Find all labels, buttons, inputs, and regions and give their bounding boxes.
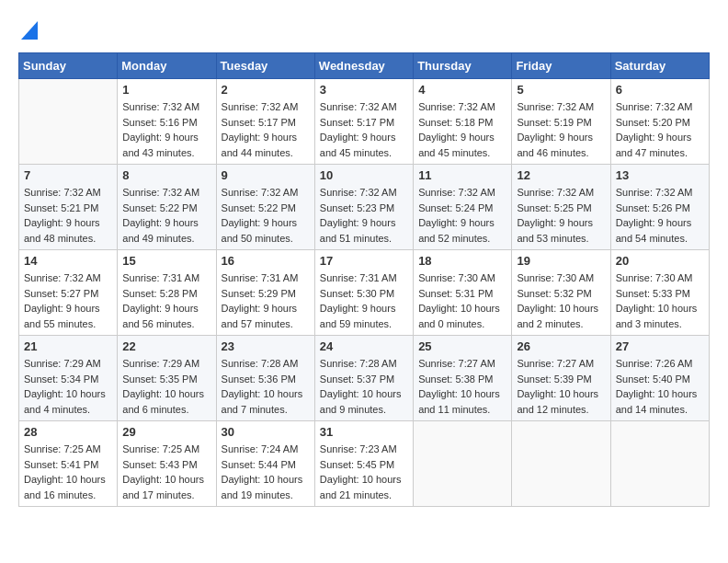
weekday-header-tuesday: Tuesday [216, 53, 314, 79]
weekday-header-friday: Friday [512, 53, 610, 79]
day-number: 14 [24, 254, 112, 268]
week-row-2: 7Sunrise: 7:32 AMSunset: 5:21 PMDaylight… [19, 165, 710, 250]
calendar-cell: 14Sunrise: 7:32 AMSunset: 5:27 PMDayligh… [19, 250, 118, 336]
day-number: 20 [616, 254, 704, 268]
day-number: 6 [616, 83, 704, 97]
week-row-3: 14Sunrise: 7:32 AMSunset: 5:27 PMDayligh… [19, 250, 710, 336]
calendar-cell [512, 421, 610, 507]
day-info: Sunrise: 7:32 AMSunset: 5:19 PMDaylight:… [517, 99, 605, 160]
week-row-1: 1Sunrise: 7:32 AMSunset: 5:16 PMDaylight… [19, 79, 710, 165]
calendar-cell: 23Sunrise: 7:28 AMSunset: 5:36 PMDayligh… [216, 336, 314, 421]
day-number: 18 [418, 254, 506, 268]
day-number: 7 [24, 168, 112, 182]
page-header [18, 18, 710, 43]
day-number: 15 [122, 254, 210, 268]
calendar-cell: 19Sunrise: 7:30 AMSunset: 5:32 PMDayligh… [512, 250, 610, 336]
day-info: Sunrise: 7:32 AMSunset: 5:22 PMDaylight:… [122, 185, 210, 246]
day-info: Sunrise: 7:31 AMSunset: 5:29 PMDaylight:… [222, 270, 310, 331]
day-info: Sunrise: 7:30 AMSunset: 5:33 PMDaylight:… [616, 270, 704, 331]
calendar-cell: 10Sunrise: 7:32 AMSunset: 5:23 PMDayligh… [314, 165, 413, 250]
day-number: 13 [616, 168, 704, 182]
day-info: Sunrise: 7:32 AMSunset: 5:21 PMDaylight:… [24, 185, 112, 246]
calendar-cell: 9Sunrise: 7:32 AMSunset: 5:22 PMDaylight… [216, 165, 314, 250]
day-number: 10 [320, 168, 408, 182]
day-info: Sunrise: 7:32 AMSunset: 5:25 PMDaylight:… [517, 185, 605, 246]
calendar-cell: 8Sunrise: 7:32 AMSunset: 5:22 PMDaylight… [118, 165, 216, 250]
day-info: Sunrise: 7:27 AMSunset: 5:38 PMDaylight:… [418, 356, 506, 417]
weekday-header-wednesday: Wednesday [314, 53, 413, 79]
day-info: Sunrise: 7:32 AMSunset: 5:24 PMDaylight:… [418, 185, 506, 246]
calendar-cell: 7Sunrise: 7:32 AMSunset: 5:21 PMDaylight… [19, 165, 118, 250]
calendar-cell [19, 79, 118, 165]
calendar-cell: 29Sunrise: 7:25 AMSunset: 5:43 PMDayligh… [118, 421, 216, 507]
calendar-cell: 30Sunrise: 7:24 AMSunset: 5:44 PMDayligh… [216, 421, 314, 507]
day-number: 29 [122, 425, 210, 439]
day-number: 5 [517, 83, 605, 97]
day-info: Sunrise: 7:32 AMSunset: 5:18 PMDaylight:… [418, 99, 506, 160]
calendar-cell: 25Sunrise: 7:27 AMSunset: 5:38 PMDayligh… [414, 336, 512, 421]
calendar-cell: 1Sunrise: 7:32 AMSunset: 5:16 PMDaylight… [118, 79, 216, 165]
day-number: 21 [24, 339, 112, 353]
day-info: Sunrise: 7:24 AMSunset: 5:44 PMDaylight:… [222, 442, 310, 502]
day-number: 12 [517, 168, 605, 182]
calendar-cell: 26Sunrise: 7:27 AMSunset: 5:39 PMDayligh… [512, 336, 610, 421]
calendar-cell: 31Sunrise: 7:23 AMSunset: 5:45 PMDayligh… [314, 421, 413, 507]
calendar-cell: 24Sunrise: 7:28 AMSunset: 5:37 PMDayligh… [314, 336, 413, 421]
day-number: 28 [24, 425, 112, 439]
day-info: Sunrise: 7:28 AMSunset: 5:36 PMDaylight:… [222, 356, 310, 417]
day-info: Sunrise: 7:29 AMSunset: 5:34 PMDaylight:… [24, 356, 112, 417]
day-number: 8 [122, 168, 210, 182]
day-number: 23 [222, 339, 310, 353]
day-number: 19 [517, 254, 605, 268]
day-info: Sunrise: 7:26 AMSunset: 5:40 PMDaylight:… [616, 356, 704, 417]
day-number: 17 [320, 254, 408, 268]
svg-marker-0 [21, 21, 38, 40]
calendar-cell [610, 421, 709, 507]
weekday-header-saturday: Saturday [610, 53, 709, 79]
calendar-cell: 18Sunrise: 7:30 AMSunset: 5:31 PMDayligh… [414, 250, 512, 336]
calendar-cell: 27Sunrise: 7:26 AMSunset: 5:40 PMDayligh… [610, 336, 709, 421]
calendar-cell: 2Sunrise: 7:32 AMSunset: 5:17 PMDaylight… [216, 79, 314, 165]
day-info: Sunrise: 7:29 AMSunset: 5:35 PMDaylight:… [122, 356, 210, 417]
calendar-cell: 21Sunrise: 7:29 AMSunset: 5:34 PMDayligh… [19, 336, 118, 421]
day-number: 16 [222, 254, 310, 268]
day-info: Sunrise: 7:32 AMSunset: 5:27 PMDaylight:… [24, 270, 112, 331]
calendar-cell: 17Sunrise: 7:31 AMSunset: 5:30 PMDayligh… [314, 250, 413, 336]
calendar-cell: 3Sunrise: 7:32 AMSunset: 5:17 PMDaylight… [314, 79, 413, 165]
week-row-4: 21Sunrise: 7:29 AMSunset: 5:34 PMDayligh… [19, 336, 710, 421]
calendar-cell: 20Sunrise: 7:30 AMSunset: 5:33 PMDayligh… [610, 250, 709, 336]
week-row-5: 28Sunrise: 7:25 AMSunset: 5:41 PMDayligh… [19, 421, 710, 507]
day-info: Sunrise: 7:31 AMSunset: 5:30 PMDaylight:… [320, 270, 408, 331]
day-info: Sunrise: 7:23 AMSunset: 5:45 PMDaylight:… [320, 442, 408, 502]
day-info: Sunrise: 7:32 AMSunset: 5:16 PMDaylight:… [122, 99, 210, 160]
day-info: Sunrise: 7:30 AMSunset: 5:31 PMDaylight:… [418, 270, 506, 331]
day-info: Sunrise: 7:25 AMSunset: 5:43 PMDaylight:… [122, 442, 210, 502]
calendar-cell: 6Sunrise: 7:32 AMSunset: 5:20 PMDaylight… [610, 79, 709, 165]
day-number: 27 [616, 339, 704, 353]
day-info: Sunrise: 7:32 AMSunset: 5:23 PMDaylight:… [320, 185, 408, 246]
day-info: Sunrise: 7:31 AMSunset: 5:28 PMDaylight:… [122, 270, 210, 331]
day-info: Sunrise: 7:28 AMSunset: 5:37 PMDaylight:… [320, 356, 408, 417]
calendar-cell [414, 421, 512, 507]
weekday-header-sunday: Sunday [19, 53, 118, 79]
day-number: 25 [418, 339, 506, 353]
day-number: 11 [418, 168, 506, 182]
day-info: Sunrise: 7:32 AMSunset: 5:17 PMDaylight:… [320, 99, 408, 160]
day-info: Sunrise: 7:27 AMSunset: 5:39 PMDaylight:… [517, 356, 605, 417]
weekday-header-monday: Monday [118, 53, 216, 79]
calendar-cell: 4Sunrise: 7:32 AMSunset: 5:18 PMDaylight… [414, 79, 512, 165]
day-info: Sunrise: 7:25 AMSunset: 5:41 PMDaylight:… [24, 442, 112, 502]
day-number: 9 [222, 168, 310, 182]
weekday-header-row: SundayMondayTuesdayWednesdayThursdayFrid… [19, 53, 710, 79]
day-number: 31 [320, 425, 408, 439]
calendar-cell: 16Sunrise: 7:31 AMSunset: 5:29 PMDayligh… [216, 250, 314, 336]
day-number: 2 [222, 83, 310, 97]
calendar-cell: 11Sunrise: 7:32 AMSunset: 5:24 PMDayligh… [414, 165, 512, 250]
day-number: 24 [320, 339, 408, 353]
day-number: 26 [517, 339, 605, 353]
day-info: Sunrise: 7:30 AMSunset: 5:32 PMDaylight:… [517, 270, 605, 331]
day-number: 22 [122, 339, 210, 353]
calendar-cell: 12Sunrise: 7:32 AMSunset: 5:25 PMDayligh… [512, 165, 610, 250]
day-number: 4 [418, 83, 506, 97]
calendar-cell: 5Sunrise: 7:32 AMSunset: 5:19 PMDaylight… [512, 79, 610, 165]
